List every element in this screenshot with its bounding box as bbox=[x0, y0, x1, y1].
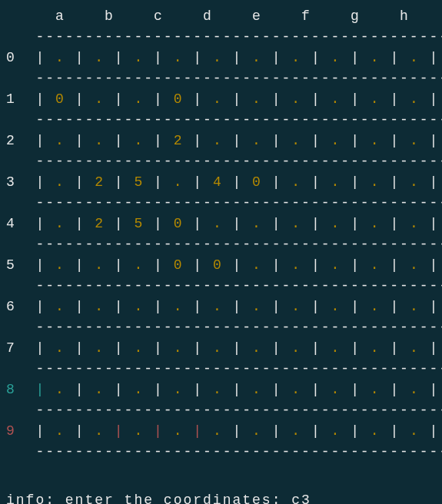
grid-cell-value[interactable]: 4 bbox=[203, 174, 232, 190]
grid-cell-empty[interactable]: . bbox=[125, 91, 154, 107]
grid-cell-empty[interactable]: . bbox=[125, 382, 154, 397]
grid-cell-empty[interactable]: . bbox=[321, 340, 351, 356]
grid-cell-empty[interactable]: . bbox=[400, 340, 429, 356]
grid-cell-empty[interactable]: . bbox=[85, 91, 114, 107]
grid-cell-empty[interactable]: . bbox=[45, 382, 75, 397]
grid-cell-empty[interactable]: . bbox=[282, 340, 311, 356]
grid-cell-empty[interactable]: . bbox=[164, 423, 193, 439]
grid-cell-empty[interactable]: . bbox=[321, 174, 351, 190]
grid-cell-value[interactable]: 0 bbox=[45, 91, 75, 107]
grid-cell-empty[interactable]: . bbox=[282, 216, 311, 231]
grid-cell-value[interactable]: 0 bbox=[242, 174, 271, 190]
grid-cell-empty[interactable]: . bbox=[321, 382, 351, 397]
grid-cell-empty[interactable]: . bbox=[203, 91, 232, 107]
grid-cell-empty[interactable]: . bbox=[321, 299, 351, 314]
grid-cell-empty[interactable]: . bbox=[85, 257, 114, 273]
grid-cell-empty[interactable]: . bbox=[361, 299, 390, 314]
grid-cell-empty[interactable]: . bbox=[282, 382, 311, 397]
grid-cell-empty[interactable]: . bbox=[400, 423, 429, 439]
grid-cell-empty[interactable]: . bbox=[203, 340, 232, 356]
grid-cell-empty[interactable]: . bbox=[164, 340, 193, 356]
grid-cell-empty[interactable]: . bbox=[400, 133, 429, 148]
grid-cell-empty[interactable]: . bbox=[203, 423, 232, 439]
grid-cell-empty[interactable]: . bbox=[125, 340, 154, 356]
grid-cell-empty[interactable]: . bbox=[45, 174, 75, 190]
grid-cell-empty[interactable]: . bbox=[321, 50, 351, 65]
grid-cell-empty[interactable]: . bbox=[164, 174, 193, 190]
grid-cell-value[interactable]: 0 bbox=[164, 91, 193, 107]
grid-cell-empty[interactable]: . bbox=[361, 133, 390, 148]
grid-cell-empty[interactable]: . bbox=[361, 340, 390, 356]
grid-cell-empty[interactable]: . bbox=[361, 423, 390, 439]
grid-cell-empty[interactable]: . bbox=[125, 299, 154, 314]
grid-cell-empty[interactable]: . bbox=[164, 382, 193, 397]
grid-cell-empty[interactable]: . bbox=[282, 423, 311, 439]
grid-cell-empty[interactable]: . bbox=[242, 257, 271, 273]
grid-cell-empty[interactable]: . bbox=[282, 50, 311, 65]
grid-cell-empty[interactable]: . bbox=[361, 50, 390, 65]
grid-cell-empty[interactable]: . bbox=[361, 174, 390, 190]
grid-cell-empty[interactable]: . bbox=[85, 50, 114, 65]
grid-cell-empty[interactable]: . bbox=[203, 382, 232, 397]
grid-cell-empty[interactable]: . bbox=[125, 50, 154, 65]
grid-cell-empty[interactable]: . bbox=[45, 340, 75, 356]
grid-cell-empty[interactable]: . bbox=[400, 299, 429, 314]
grid-cell-empty[interactable]: . bbox=[125, 257, 154, 273]
grid-cell-empty[interactable]: . bbox=[85, 423, 114, 439]
grid-cell-empty[interactable]: . bbox=[85, 299, 114, 314]
grid-cell-empty[interactable]: . bbox=[242, 133, 271, 148]
grid-cell-empty[interactable]: . bbox=[242, 216, 271, 231]
grid-cell-empty[interactable]: . bbox=[361, 257, 390, 273]
grid-cell-empty[interactable]: . bbox=[45, 216, 75, 231]
grid-cell-value[interactable]: 2 bbox=[85, 174, 114, 190]
grid-cell-empty[interactable]: . bbox=[242, 340, 271, 356]
grid-cell-value[interactable]: 0 bbox=[164, 257, 193, 273]
grid-cell-empty[interactable]: . bbox=[361, 91, 390, 107]
grid-cell-empty[interactable]: . bbox=[85, 340, 114, 356]
grid-cell-empty[interactable]: . bbox=[85, 382, 114, 397]
grid-cell-empty[interactable]: . bbox=[203, 133, 232, 148]
grid-cell-empty[interactable]: . bbox=[321, 216, 351, 231]
grid-cell-empty[interactable]: . bbox=[400, 50, 429, 65]
grid-cell-empty[interactable]: . bbox=[282, 174, 311, 190]
grid-cell-value[interactable]: 0 bbox=[203, 257, 232, 273]
grid-cell-value[interactable]: 2 bbox=[85, 216, 114, 231]
grid-cell-empty[interactable]: . bbox=[203, 299, 232, 314]
grid-cell-empty[interactable]: . bbox=[125, 423, 154, 439]
grid-cell-value[interactable]: 0 bbox=[164, 216, 193, 231]
grid-cell-empty[interactable]: . bbox=[400, 91, 429, 107]
grid-cell-empty[interactable]: . bbox=[400, 382, 429, 397]
grid-cell-value[interactable]: 5 bbox=[125, 174, 154, 190]
grid-cell-empty[interactable]: . bbox=[242, 299, 271, 314]
grid-cell-value[interactable]: 5 bbox=[125, 216, 154, 231]
grid-cell-value[interactable]: 2 bbox=[164, 133, 193, 148]
grid-cell-empty[interactable]: . bbox=[203, 50, 232, 65]
grid-cell-empty[interactable]: . bbox=[85, 133, 114, 148]
grid-cell-empty[interactable]: . bbox=[282, 257, 311, 273]
grid-cell-empty[interactable]: . bbox=[400, 216, 429, 231]
grid-cell-empty[interactable]: . bbox=[164, 50, 193, 65]
grid-cell-empty[interactable]: . bbox=[203, 216, 232, 231]
grid-cell-empty[interactable]: . bbox=[361, 382, 390, 397]
grid-cell-empty[interactable]: . bbox=[282, 91, 311, 107]
grid-cell-empty[interactable]: . bbox=[164, 299, 193, 314]
grid-cell-empty[interactable]: . bbox=[45, 50, 75, 65]
grid-cell-empty[interactable]: . bbox=[45, 257, 75, 273]
grid-cell-empty[interactable]: . bbox=[321, 91, 351, 107]
grid-cell-empty[interactable]: . bbox=[321, 133, 351, 148]
grid-cell-empty[interactable]: . bbox=[242, 382, 271, 397]
grid-cell-empty[interactable]: . bbox=[361, 216, 390, 231]
grid-cell-empty[interactable]: . bbox=[282, 133, 311, 148]
grid-cell-empty[interactable]: . bbox=[45, 133, 75, 148]
grid-cell-empty[interactable]: . bbox=[242, 423, 271, 439]
grid-cell-empty[interactable]: . bbox=[321, 257, 351, 273]
grid-cell-empty[interactable]: . bbox=[45, 423, 75, 439]
grid-cell-empty[interactable]: . bbox=[242, 50, 271, 65]
grid-cell-empty[interactable]: . bbox=[242, 91, 271, 107]
grid-cell-empty[interactable]: . bbox=[400, 257, 429, 273]
grid-cell-empty[interactable]: . bbox=[45, 299, 75, 314]
grid-cell-empty[interactable]: . bbox=[125, 133, 154, 148]
grid-cell-empty[interactable]: . bbox=[400, 174, 429, 190]
grid-cell-empty[interactable]: . bbox=[321, 423, 351, 439]
grid-cell-empty[interactable]: . bbox=[282, 299, 311, 314]
